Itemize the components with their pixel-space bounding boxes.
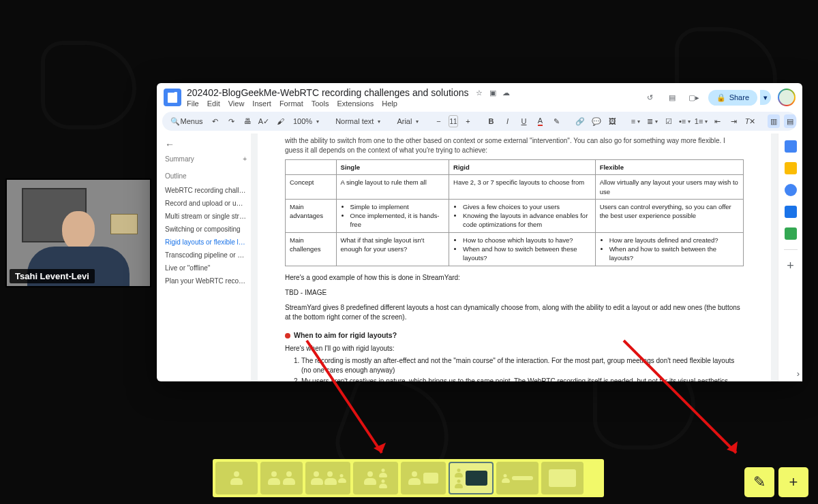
menu-file[interactable]: File xyxy=(187,99,199,108)
add-layout-button[interactable]: + xyxy=(778,467,808,497)
fontsize-input[interactable]: 11 xyxy=(449,115,457,127)
docs-logo-icon[interactable] xyxy=(164,89,181,106)
menu-help[interactable]: Help xyxy=(382,99,397,108)
outline-item[interactable]: Rigid layouts or flexible layouts xyxy=(165,236,247,249)
keep-icon[interactable] xyxy=(785,162,797,174)
webcam-name: Tsahi Levent-Levi xyxy=(10,269,95,283)
layout-fullscreen[interactable] xyxy=(541,462,584,494)
menu-extensions[interactable]: Extensions xyxy=(337,99,374,108)
tool-hl-1[interactable]: ▥ xyxy=(768,114,780,128)
indent-incr-icon[interactable]: ⇥ xyxy=(728,114,740,128)
doc-table: Single Rigid Flexible Concept A single l… xyxy=(285,159,744,266)
font-select[interactable]: Arial xyxy=(394,117,421,125)
doc-title[interactable]: 202402-BlogGeekMe-WebRTC recording chall… xyxy=(187,87,469,98)
outline-summary: Summary xyxy=(165,155,194,163)
clear-format-icon[interactable]: T✕ xyxy=(744,114,757,128)
meet-icon[interactable]: ▢▸ xyxy=(686,90,701,105)
number-list-icon[interactable]: 1≡ xyxy=(695,114,708,128)
fontsize-incr[interactable]: + xyxy=(462,114,474,128)
underline-icon[interactable]: U xyxy=(518,114,530,128)
comment-icon[interactable]: 💬 xyxy=(590,114,603,128)
highlight-icon[interactable]: ✎ xyxy=(551,114,563,128)
align-icon[interactable]: ≡ xyxy=(630,114,642,128)
doc-text: Here's a good example of how this is don… xyxy=(285,273,744,283)
outline-header: Outline xyxy=(165,172,247,180)
pencil-icon: ✎ xyxy=(753,473,766,491)
redo-icon[interactable]: ↷ xyxy=(225,114,237,128)
layout-pip[interactable] xyxy=(401,462,446,494)
tool-hl-2[interactable]: ▤ xyxy=(784,114,796,128)
doc-text: Here's when I'll go with rigid layouts: xyxy=(285,344,744,353)
move-icon[interactable]: ▣ xyxy=(488,88,498,97)
tasks-icon[interactable] xyxy=(785,184,797,196)
outline-item[interactable]: Multi stream or single stream r... xyxy=(165,210,247,223)
star-icon[interactable]: ☆ xyxy=(474,88,484,97)
doc-list: The recording is mostly an after-effect … xyxy=(285,356,744,381)
search-menus[interactable]: 🔍 xyxy=(169,114,181,128)
zoom-select[interactable]: 100% xyxy=(290,117,322,125)
spellcheck-icon[interactable]: A✓ xyxy=(258,114,270,128)
italic-icon[interactable]: I xyxy=(502,114,514,128)
layout-three-up[interactable] xyxy=(305,462,350,494)
style-select[interactable]: Normal text xyxy=(333,117,383,125)
doc-text: TBD - IMAGE xyxy=(285,288,744,298)
calendar-icon[interactable] xyxy=(785,140,797,153)
outline-item[interactable]: WebRTC recording challenges a... xyxy=(165,184,247,197)
layout-solo[interactable] xyxy=(215,462,258,494)
account-avatar[interactable] xyxy=(778,89,796,106)
outline-item[interactable]: Live or "offline" xyxy=(165,262,247,274)
menu-view[interactable]: View xyxy=(228,99,245,108)
share-dropdown[interactable]: ▾ xyxy=(760,90,771,105)
cloud-status-icon[interactable]: ☁ xyxy=(502,88,511,97)
menu-insert[interactable]: Insert xyxy=(252,99,271,108)
share-button[interactable]: 🔒 Share xyxy=(708,90,757,106)
doc-text: with the ability to switch from one to t… xyxy=(285,136,744,155)
undo-icon[interactable]: ↶ xyxy=(209,114,221,128)
doc-canvas[interactable]: with the ability to switch from one to t… xyxy=(251,133,778,381)
indent-decr-icon[interactable]: ⇤ xyxy=(712,114,724,128)
gdoc-header: 202402-BlogGeekMe-WebRTC recording chall… xyxy=(157,83,802,109)
maps-icon[interactable] xyxy=(785,227,797,240)
paint-format-icon[interactable]: 🖌 xyxy=(274,114,286,128)
layout-banner[interactable] xyxy=(496,462,539,494)
outline-add-summary[interactable]: + xyxy=(243,155,247,163)
layout-tools: ✎ + xyxy=(744,467,808,497)
fontsize-decr[interactable]: − xyxy=(432,114,444,128)
doc-heading: When to aim for rigid layouts? xyxy=(285,330,744,341)
outline-panel: ← Summary + Outline WebRTC recording cha… xyxy=(157,133,251,381)
expand-sidepanel-icon[interactable]: › xyxy=(797,368,800,379)
menu-edit[interactable]: Edit xyxy=(207,99,220,108)
svg-marker-3 xyxy=(727,441,738,453)
line-spacing-icon[interactable]: ≣ xyxy=(646,114,658,128)
bullet-list-icon[interactable]: •≡ xyxy=(679,114,691,128)
edit-layout-button[interactable]: ✎ xyxy=(744,467,774,497)
checklist-icon[interactable]: ☑ xyxy=(663,114,675,128)
menu-format[interactable]: Format xyxy=(279,99,303,108)
history-icon[interactable]: ↺ xyxy=(643,90,658,105)
menus-label[interactable]: Menus xyxy=(185,114,198,128)
svg-marker-1 xyxy=(374,443,386,453)
link-icon[interactable]: 🔗 xyxy=(574,114,586,128)
menu-tools[interactable]: Tools xyxy=(312,99,329,108)
outline-item[interactable]: Transcoding pipeline or browse... xyxy=(165,249,247,262)
doc-text: StreamYard gives 8 predefined different … xyxy=(285,303,744,322)
share-label: Share xyxy=(729,93,749,101)
webcam-tile[interactable]: Tsahi Levent-Levi xyxy=(5,178,151,287)
layout-sidebar[interactable] xyxy=(449,462,494,494)
lock-icon: 🔒 xyxy=(716,93,726,102)
image-icon[interactable]: 🖼 xyxy=(607,114,619,128)
bold-icon[interactable]: B xyxy=(485,114,498,128)
addons-plus-icon[interactable]: + xyxy=(787,259,794,272)
outline-item[interactable]: Plan your WebRTC recording ar... xyxy=(165,274,247,287)
contacts-icon[interactable] xyxy=(785,206,797,218)
outline-item[interactable]: Switching or compositing xyxy=(165,223,247,236)
text-color-icon[interactable]: A xyxy=(534,114,547,128)
outline-back-icon[interactable]: ← xyxy=(165,139,247,150)
layout-two-up[interactable] xyxy=(260,462,303,494)
layout-leader[interactable] xyxy=(353,462,398,494)
comments-icon[interactable]: ▤ xyxy=(665,90,680,105)
shared-screen-google-doc: 202402-BlogGeekMe-WebRTC recording chall… xyxy=(157,83,802,381)
outline-item[interactable]: Record and upload or upload an... xyxy=(165,197,247,210)
print-icon[interactable]: 🖶 xyxy=(241,114,254,128)
menu-bar: File Edit View Insert Format Tools Exten… xyxy=(187,99,637,108)
